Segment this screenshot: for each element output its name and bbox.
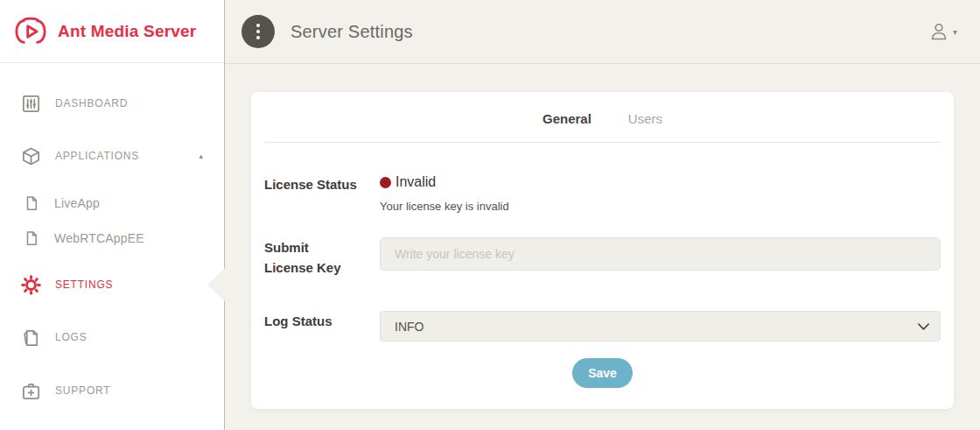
sidebar-item-dashboard[interactable]: DASHBOARD [0, 86, 224, 121]
sidebar-item-label: WebRTCAppEE [54, 231, 144, 245]
status-dot-icon [380, 177, 391, 188]
submit-license-label: Submit License Key [264, 237, 380, 278]
sidebar-item-label: APPLICATIONS [55, 150, 139, 162]
save-button[interactable]: Save [572, 358, 633, 388]
sidebar-item-webrtcappee[interactable]: WebRTCAppEE [0, 224, 224, 252]
main-area: Server Settings ▾ General Users License … [225, 0, 980, 430]
sidebar-item-label: LOGS [55, 331, 88, 343]
license-status-message: Your license key is invalid [380, 200, 941, 213]
tab-general[interactable]: General [542, 111, 592, 126]
page-title: Server Settings [290, 22, 413, 42]
sidebar-item-label: SETTINGS [55, 278, 113, 291]
kebab-menu-button[interactable] [242, 15, 275, 48]
license-status-row: License Status Invalid Your license key … [264, 174, 941, 213]
logs-icon [21, 328, 41, 348]
log-status-select[interactable]: INFO [380, 311, 941, 342]
active-item-notch [207, 268, 225, 301]
sidebar: Ant Media Server DASHBOARD [0, 0, 225, 430]
app-window: Ant Media Server DASHBOARD [0, 0, 980, 430]
kebab-icon [256, 24, 260, 27]
gear-icon [21, 275, 41, 295]
sidebar-item-logs[interactable]: LOGS [0, 320, 224, 355]
license-status-value: Invalid [396, 174, 436, 190]
collapse-caret-icon[interactable]: ▴ [199, 152, 203, 160]
chevron-down-icon: ▾ [953, 27, 957, 37]
sidebar-item-liveapp[interactable]: LiveApp [0, 189, 224, 217]
user-menu-button[interactable]: ▾ [928, 21, 957, 42]
license-key-input[interactable] [380, 237, 941, 271]
sidebar-item-settings[interactable]: SETTINGS [0, 267, 224, 302]
file-icon [24, 195, 39, 211]
file-icon [24, 230, 39, 246]
applications-icon [21, 146, 41, 166]
sidebar-item-applications[interactable]: APPLICATIONS ▴ [0, 138, 224, 173]
content-area: General Users License Status Invalid You… [225, 64, 980, 430]
sidebar-item-label: SUPPORT [55, 384, 110, 397]
ant-media-logo-icon [12, 15, 49, 48]
log-status-row: Log Status INFO [264, 311, 941, 342]
logo-text: Ant Media Server [58, 22, 196, 41]
support-icon [21, 381, 41, 401]
sidebar-item-label: LiveApp [54, 196, 100, 210]
tab-bar: General Users [264, 111, 941, 143]
user-icon [928, 21, 949, 42]
sidebar-item-label: DASHBOARD [55, 97, 128, 109]
submit-license-row: Submit License Key [264, 237, 941, 278]
log-status-label: Log Status [264, 311, 380, 342]
sidebar-menu: DASHBOARD APPLICATIONS ▴ [0, 63, 224, 408]
sidebar-item-support[interactable]: SUPPORT [0, 373, 224, 408]
tab-users[interactable]: Users [628, 111, 662, 126]
license-status-label: License Status [264, 174, 380, 213]
header: Server Settings ▾ [225, 0, 980, 64]
dashboard-icon [21, 94, 41, 114]
settings-card: General Users License Status Invalid You… [251, 92, 954, 409]
logo[interactable]: Ant Media Server [0, 0, 224, 63]
